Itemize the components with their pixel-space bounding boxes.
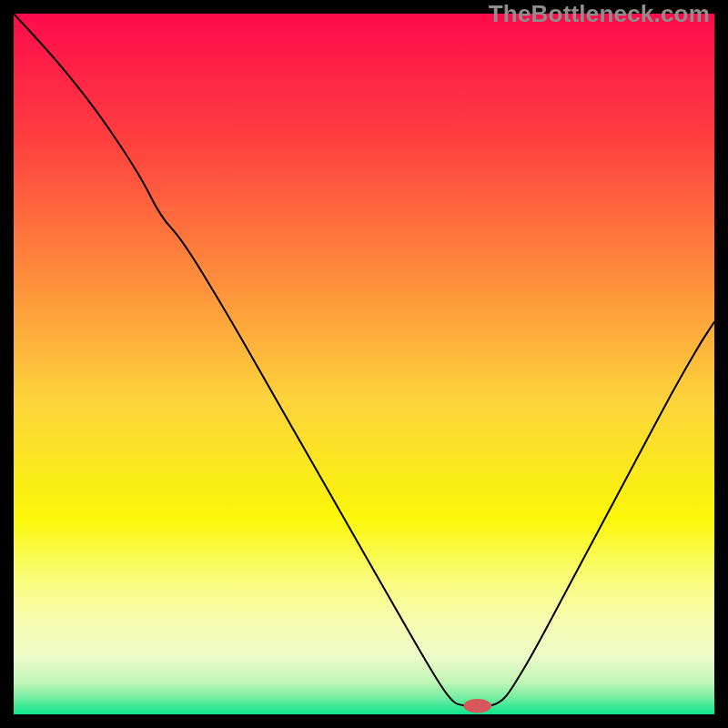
watermark-text: TheBottleneck.com <box>489 0 710 28</box>
chart-frame <box>14 14 714 714</box>
chart-svg <box>14 14 714 714</box>
chart-background <box>14 14 714 714</box>
optimal-point-marker <box>463 699 491 713</box>
